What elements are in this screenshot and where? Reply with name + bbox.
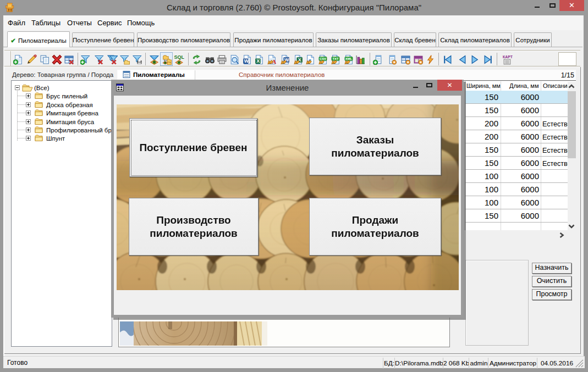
svg-text:КАРТ: КАРТ: [503, 55, 513, 59]
svg-text:W: W: [244, 58, 249, 64]
svg-text:XML: XML: [345, 57, 353, 60]
svg-text:CSV: CSV: [320, 57, 326, 60]
svg-text:TXT: TXT: [332, 57, 338, 60]
svg-text:X: X: [256, 58, 260, 64]
svg-text:SQL: SQL: [174, 54, 184, 60]
